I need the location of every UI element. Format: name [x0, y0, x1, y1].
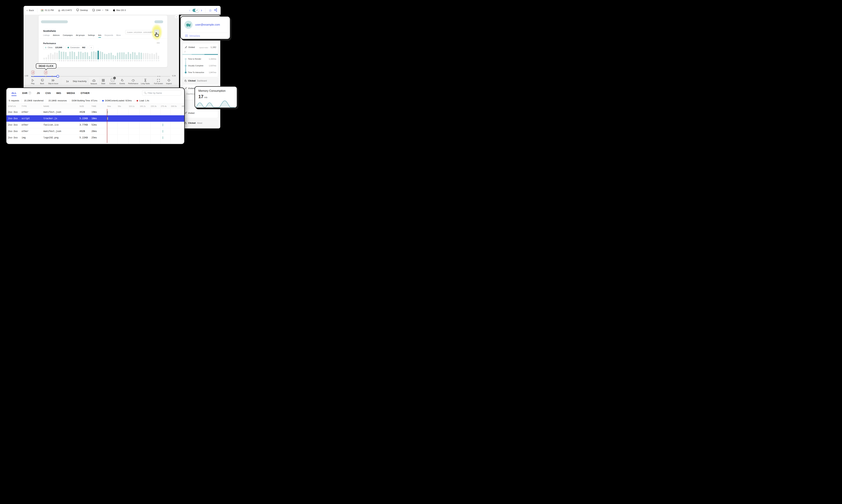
issue-marker-dead-click[interactable]: i — [43, 70, 49, 75]
cell-name: tracker.js — [43, 117, 57, 120]
bar-slot — [50, 50, 52, 59]
gauge-icon — [131, 78, 135, 82]
cell-time: 18ms — [91, 117, 97, 120]
issue-marker[interactable]: i — [30, 70, 36, 75]
network-stats-row: 5: requests15.15KB: transferred15.18KB: … — [6, 98, 184, 104]
network-tab-css[interactable]: CSS — [46, 92, 51, 94]
state-panel-button[interactable]: State — [101, 78, 105, 85]
metric-chip-conversion[interactable]: Conversion902 — [66, 46, 87, 50]
play-button[interactable]: Play — [31, 78, 35, 85]
full-screen-button[interactable]: Full Screen — [154, 78, 163, 85]
chart-bar — [95, 52, 97, 59]
network-stat: 5: requests — [6, 99, 22, 102]
metric-label: Visually Complete — [188, 65, 203, 67]
page-tab-keywords[interactable]: Keywords — [105, 34, 113, 38]
network-panel-button[interactable]: Network — [89, 77, 99, 86]
network-tab-other[interactable]: OTHER — [80, 92, 90, 94]
memory-consumption-card: Memory Consumption 17mb — [195, 86, 237, 108]
page-tab-listings[interactable]: Listings — [43, 34, 50, 38]
console-panel-button[interactable]: ‹› 3 Console — [109, 78, 116, 85]
bar-slot — [155, 50, 158, 59]
chart-bar — [121, 52, 123, 59]
share-icon[interactable] — [214, 8, 217, 12]
page-tab-campaigns[interactable]: Campaigns — [63, 34, 73, 38]
table-row[interactable]: 2xx-3xxothermanifest.json492B26ms — [6, 128, 184, 134]
axis-tick-label: 24 — [147, 60, 149, 61]
axis-tick-label: 8 — [45, 60, 48, 61]
network-tab-all[interactable]: ALL — [12, 92, 17, 94]
event-dot[interactable] — [159, 76, 160, 77]
os-name: Mac OS X — [113, 9, 126, 12]
chart-bar — [50, 53, 51, 59]
bar-slot — [108, 50, 110, 59]
visited-event[interactable]: Visited — [182, 109, 218, 118]
skip-inactivity-button[interactable]: Skip Inactivity — [73, 80, 87, 83]
clicked-about-event[interactable]: Clicked About — [182, 120, 218, 126]
skip-to-issue-button[interactable]: Skip to Issue — [48, 78, 58, 85]
hand-pointer-icon — [184, 79, 187, 82]
table-row[interactable]: 2xx-3xxothermanifest.json492B19ms — [6, 109, 184, 115]
ellipsis-menu-icon[interactable]: ••• — [157, 41, 160, 44]
bar-slot — [138, 50, 140, 59]
inspect-button[interactable]: Inspect — [166, 78, 172, 85]
chart-bar — [154, 54, 155, 59]
bar-slot — [91, 50, 93, 59]
filter-input[interactable] — [148, 92, 179, 94]
next-session-button[interactable]: › — [201, 8, 202, 12]
back-10s-button[interactable]: 10 Back — [40, 78, 44, 85]
load-metric-row: Time To Interactive1,847ms — [182, 71, 218, 74]
events-panel-button[interactable]: Events — [120, 78, 125, 85]
axis-tick-label: 21 — [73, 60, 75, 61]
metadata-button[interactable]: Metadata — [185, 34, 200, 37]
playback-speed-button[interactable]: 1x — [66, 80, 69, 83]
metric-chip-clicks[interactable]: Clicks123,949 — [43, 46, 64, 50]
chart-bar — [110, 53, 112, 59]
speed-index-label: Speed Index — [199, 47, 208, 49]
bar-slot — [147, 50, 149, 59]
bar-slot — [140, 50, 142, 59]
bar-slot — [123, 50, 125, 59]
network-tab-media[interactable]: MEDIA — [67, 92, 75, 94]
autoplay-toggle[interactable]: ✓ — [193, 9, 199, 12]
long-tasks-panel-button[interactable]: Long Tasks — [141, 78, 150, 85]
clicked-dashboard-event[interactable]: Clicked Dashboard — [182, 78, 218, 84]
help-icon[interactable]: ? — [29, 92, 31, 94]
page-tab-more[interactable]: More — [117, 34, 121, 38]
network-tab-js[interactable]: JS — [37, 92, 40, 94]
page-tab-advices[interactable]: Advices — [53, 34, 60, 38]
cell-type: other — [21, 111, 29, 113]
bar-slot — [119, 50, 121, 59]
rhino-icon — [186, 23, 191, 27]
network-tab-img[interactable]: IMG — [56, 92, 61, 94]
chart-bar — [89, 56, 90, 59]
collapse-sidebar-button[interactable]: » — [175, 15, 178, 19]
bar-slot — [153, 50, 155, 59]
page-tab-ad-groups[interactable]: Ad groups — [76, 34, 85, 38]
playhead-knob[interactable] — [56, 75, 59, 77]
table-row[interactable]: 2xx-3xxscripttracker.js5.22KB18ms — [6, 115, 184, 122]
performance-panel-button[interactable]: Performance — [128, 78, 138, 85]
page-tab-ads[interactable]: Ads — [98, 34, 101, 38]
previous-session-button[interactable]: ‹ — [189, 8, 190, 12]
cell-name: manifest.json — [43, 111, 61, 113]
phase-segment — [182, 54, 192, 55]
add-metric-button[interactable]: + — [89, 46, 94, 50]
event-dot[interactable] — [158, 76, 158, 77]
event-dot[interactable] — [52, 76, 53, 77]
table-row[interactable]: 2xx-3xximglogo192.png5.22KB25ms — [6, 134, 184, 141]
page-tab-settings[interactable]: Settings — [88, 34, 95, 38]
table-row[interactable]: 2xx-3xxotherfavicon.ico3.77KB52ms — [6, 122, 184, 128]
date-range-select[interactable]: Custom: 14/12/2019 - 21/01/2020 ▼ — [125, 30, 150, 34]
network-tab-xhr[interactable]: XHR? — [22, 92, 31, 94]
chart-bar — [93, 51, 94, 59]
bar-slot — [112, 50, 114, 59]
memory-title: Memory Consumption — [198, 89, 226, 92]
bookmark-star-icon[interactable]: ☆ — [209, 8, 212, 12]
bar-chart-axis: 7891011121314151617181920212223242526272… — [43, 60, 160, 61]
column-header-time: TIME — [91, 105, 96, 107]
column-header-type: TYPE — [21, 105, 27, 107]
cell-status: 2xx-3xx — [8, 111, 18, 113]
axis-tick-label: 10 — [117, 60, 119, 61]
visited-event-card[interactable]: Visited Speed Index 1,162 / Time to Rend… — [182, 43, 218, 77]
back-button[interactable]: ‹ Back — [23, 9, 34, 12]
